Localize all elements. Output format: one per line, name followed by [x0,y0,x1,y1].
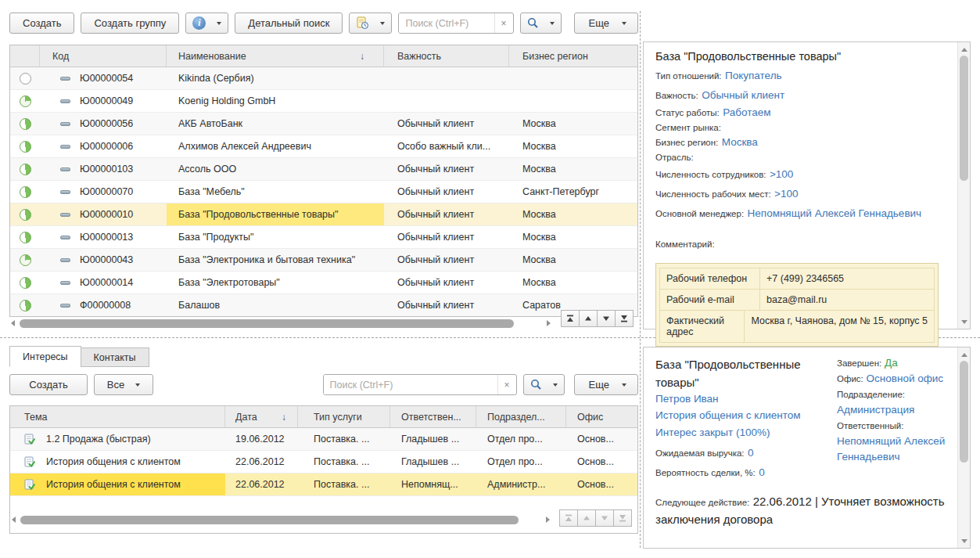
column-header-name[interactable]: Наименование ↓ [167,45,384,67]
office-link[interactable]: Основной офис [867,373,944,384]
interests-search-dropdown[interactable] [523,374,565,395]
search-input[interactable] [399,13,494,33]
column-header-office[interactable]: Офис [566,406,637,427]
counterparty-row[interactable]: Ю00000056 АКБ АвтоБанк Обычный клиент Мо… [10,113,637,135]
department-link[interactable]: Администрация [837,404,914,416]
scroll-up-icon[interactable] [958,44,970,55]
go-next-row-button[interactable] [595,509,614,527]
scroll-down-icon[interactable] [958,535,970,546]
probability-value[interactable]: 0 [759,466,765,478]
interest-row[interactable]: История общения с клиентом 22.06.2012 По… [10,473,637,496]
counterparty-row[interactable]: Ю00000013 База "Продукты" Обычный клиент… [10,226,637,249]
scrollbar-track[interactable] [19,516,543,524]
scrollbar-track[interactable] [18,319,544,328]
scroll-left-icon[interactable] [12,517,16,523]
go-previous-row-button[interactable] [577,509,596,527]
info-dropdown-button[interactable]: i [185,13,228,34]
manager-link[interactable]: Непомнящий Алексей Геннадьевич [748,207,922,219]
scrollbar-thumb[interactable] [20,319,514,328]
filter-all-dropdown[interactable]: Все [94,374,153,395]
employees-link[interactable]: >100 [770,168,793,180]
go-next-row-button[interactable] [597,310,616,327]
vertical-splitter[interactable] [640,11,641,548]
interests-search-input[interactable] [324,375,497,394]
counterparty-row[interactable]: Ю00000010 База "Продовольственные товары… [10,203,637,226]
scroll-right-icon[interactable] [546,517,550,523]
chevron-down-icon [553,383,558,387]
info-icon: i [192,16,206,30]
relationship-status-icon [20,232,31,243]
scrollbar-thumb[interactable] [20,516,519,524]
interest-document-icon [24,434,35,445]
office-cell: Основ... [566,434,637,445]
clear-search-icon[interactable]: × [497,375,516,394]
counterparty-row[interactable]: Ю00000006 Алхимов Алексей Андреевич Особ… [10,135,637,158]
counterparty-row[interactable]: Ю00000103 Ассоль ООО Обычный клиент Моск… [10,158,637,181]
counterparty-row[interactable]: Ф00000008 Балашов Обычный клиент Саратов [10,294,637,317]
dossier-dropdown-button[interactable] [349,13,392,34]
column-header-department[interactable]: Подраздел... [476,406,566,427]
responsible-label: Ответственный: [837,421,903,430]
interest-row[interactable]: 1.2 Продажа (быстрая) 19.06.2012 Поставк… [10,428,637,451]
counterparty-row[interactable]: Ю00000043 База "Электроника и бытовая те… [10,249,637,272]
workplaces-link[interactable]: >100 [774,188,798,200]
create-interest-button[interactable]: Создать [9,374,88,395]
go-previous-row-button[interactable] [579,310,598,327]
contact-row-email[interactable]: Рабочий e-mail baza@mail.ru [659,289,935,310]
importance-label: Важность: [655,91,698,100]
interests-more-button[interactable]: Еще [574,374,638,395]
column-header-service[interactable]: Тип услуги [298,406,390,427]
scroll-down-icon[interactable] [958,316,970,327]
go-first-row-button[interactable] [561,310,580,327]
column-header-importance[interactable]: Важность [384,45,509,67]
vertical-scrollbar[interactable] [957,42,970,329]
interest-state-link[interactable]: Интерес закрыт (100%) [655,423,826,441]
revenue-value[interactable]: 0 [748,447,754,459]
vertical-scrollbar[interactable] [957,347,970,548]
name-cell: Kikinda (Сербия) [167,67,384,89]
column-header-theme[interactable]: Тема [10,406,225,427]
counterparty-row[interactable]: Ю00000049 Koenig Holding GmbH [10,90,637,113]
column-header-code[interactable]: Код [40,45,167,67]
counterparty-row[interactable]: Ю00000070 База "Мебель" Обычный клиент С… [10,181,637,203]
scroll-left-icon[interactable] [11,320,15,326]
importance-cell: Обычный клиент [384,277,509,288]
horizontal-scrollbar[interactable] [12,514,550,525]
column-header-responsible[interactable]: Ответствен... [390,406,476,427]
more-button[interactable]: Еще [574,13,638,34]
list-item-icon [60,99,70,103]
create-button[interactable]: Создать [9,13,74,34]
scrollbar-thumb[interactable] [960,361,968,463]
go-first-row-button[interactable] [559,509,578,527]
contact-row-address[interactable]: Фактический адрес Москва г, Чаянова, дом… [659,310,935,343]
responsible-link[interactable]: Непомнящий Алексей Геннадьевич [837,435,945,463]
go-last-row-button[interactable] [613,509,632,527]
importance-link[interactable]: Обычный клиент [702,89,784,101]
column-header-region[interactable]: Бизнес регион [509,45,637,67]
counterparty-row[interactable]: Ю00000014 База "Электротовары" Обычный к… [10,272,637,294]
client-link[interactable]: Петров Иван [655,391,826,408]
region-link[interactable]: Москва [722,136,758,148]
column-header-status[interactable] [10,45,40,67]
tab-contacts[interactable]: Контакты [81,347,149,367]
counterparty-row[interactable]: Ю00000054 Kikinda (Сербия) [10,67,637,90]
detailed-search-button[interactable]: Детальный поиск [235,13,343,34]
search-dropdown-button[interactable] [520,13,562,34]
clear-search-icon[interactable]: × [494,13,513,33]
create-group-button[interactable]: Создать группу [81,13,179,34]
name-cell: Ассоль ООО [167,158,384,180]
tab-interests[interactable]: Интересы [9,346,81,367]
scrollbar-thumb[interactable] [960,56,968,181]
go-last-row-button[interactable] [615,310,634,327]
theme-link[interactable]: История общения с клиентом [655,408,826,424]
column-header-date[interactable]: Дата ↓ [225,406,298,427]
contact-row-phone[interactable]: Рабочий телефон +7 (499) 2346565 [659,268,935,289]
horizontal-scrollbar[interactable] [11,318,551,329]
responsible-cell: Непомнящ... [390,479,476,490]
region-cell: Санкт-Петербург [509,186,637,197]
relation-link[interactable]: Покупатель [725,70,782,81]
work-status-link[interactable]: Работаем [723,106,770,118]
scroll-right-icon[interactable] [547,320,551,326]
interest-row[interactable]: История общения с клиентом 22.06.2012 По… [10,451,637,473]
scroll-up-icon[interactable] [958,349,970,360]
